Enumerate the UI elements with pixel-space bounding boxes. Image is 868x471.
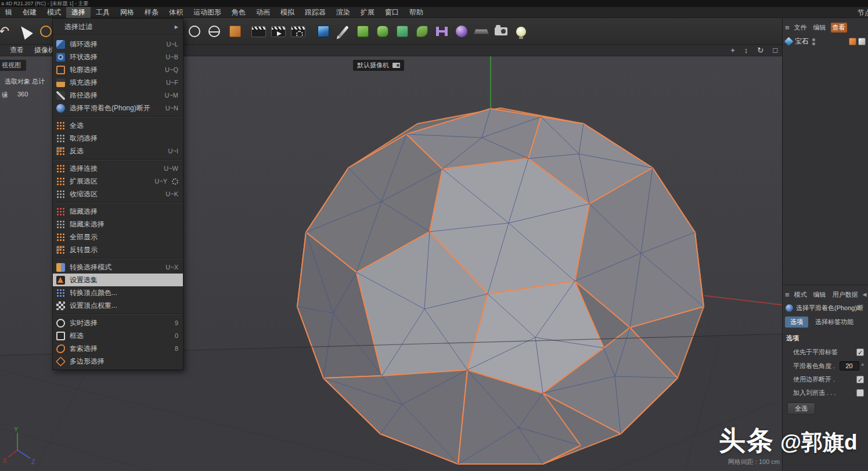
live-selection-icon [40, 26, 52, 37]
menu-tools[interactable]: 工具 [91, 7, 115, 18]
menu-volume[interactable]: 体积 [164, 7, 188, 18]
camera-button[interactable] [491, 20, 511, 42]
render-picture-viewer-button[interactable] [268, 20, 288, 42]
hamburger-icon[interactable]: ≡ [785, 23, 790, 32]
menu-item-live-selection[interactable]: 实时选择 9 [53, 317, 183, 329]
menu-item-deselect-all[interactable]: 取消选择 [53, 132, 183, 145]
menu-edit[interactable]: 辑 [0, 7, 17, 18]
menu-character[interactable]: 角色 [226, 7, 251, 18]
selection-tag-icon[interactable] [858, 38, 866, 45]
coordinate-globe-button[interactable] [204, 20, 224, 42]
deformer-icon [436, 27, 448, 36]
convert-selection-icon [56, 263, 65, 272]
select-tool-button[interactable] [15, 20, 35, 42]
gem-polyhedron-object[interactable] [297, 108, 704, 464]
history-back-icon[interactable]: ◀ [863, 292, 867, 297]
pan-icon[interactable]: + [730, 46, 735, 55]
edge-break-checkbox[interactable]: ✓ [856, 376, 864, 383]
zoom-icon[interactable]: ↕ [744, 46, 748, 55]
menu-item-path-selection[interactable]: 路径选择 U~M [53, 89, 183, 102]
menu-item-set-vertex-weight[interactable]: 设置顶点权重... [53, 299, 183, 312]
tab-selection-tag[interactable]: 选择标签功能 [810, 317, 859, 328]
viewport-menu-view[interactable]: 查看 [5, 45, 29, 55]
attribute-menu-mode[interactable]: 模式 [793, 290, 809, 300]
menu-item-show-all[interactable]: 全部显示 [53, 231, 183, 243]
menu-mesh[interactable]: 网格 [115, 7, 139, 18]
object-manager-menu-edit[interactable]: 编辑 [812, 23, 828, 33]
attribute-menu-edit[interactable]: 编辑 [812, 290, 828, 300]
menu-item-lasso-selection[interactable]: 套索选择 8 [53, 342, 183, 355]
add-to-selection-checkbox[interactable] [856, 389, 864, 397]
render-clapper-icon [251, 26, 266, 37]
light-button[interactable] [511, 20, 531, 42]
menu-item-shrink-selection[interactable]: 收缩选区 U~K [53, 188, 183, 200]
menu-item-rectangle-selection[interactable]: 框选 0 [53, 329, 183, 342]
field-button[interactable] [452, 20, 471, 42]
menu-item-invert-visibility[interactable]: 反转显示 [53, 243, 183, 256]
render-settings-button[interactable] [288, 20, 308, 42]
menu-item-ring-selection[interactable]: 环状选择 U~B [53, 51, 183, 63]
menu-window[interactable]: 窗口 [380, 7, 404, 18]
menu-item-outline-selection[interactable]: 轮廓选择 U~Q [53, 63, 183, 76]
menu-item-set-selection[interactable]: 设置选集 [53, 274, 183, 286]
volume-button[interactable] [392, 20, 412, 42]
menu-create[interactable]: 创建 [17, 7, 42, 18]
menu-item-hide-selected[interactable]: 隐藏选择 [53, 205, 183, 218]
phong-priority-checkbox[interactable]: ✓ [856, 348, 864, 356]
select-all-button[interactable]: 全选 [787, 402, 815, 415]
coordinate-system-button[interactable] [225, 20, 245, 42]
settings-gear-icon[interactable] [172, 178, 178, 185]
menu-item-phong-break-selection[interactable]: 选择平滑着色(Phong)断开 U~N [53, 102, 183, 114]
menu-extensions[interactable]: 扩展 [355, 7, 380, 18]
vertex-color-icon [56, 289, 65, 297]
menu-item-select-connected[interactable]: 选择连接 U~W [53, 162, 183, 175]
render-view-button[interactable] [248, 20, 268, 42]
menu-simulate[interactable]: 模拟 [275, 7, 300, 18]
menu-help[interactable]: 帮助 [404, 7, 428, 18]
edge-count: 360 [17, 91, 28, 99]
menu-item-loop-selection[interactable]: 循环选择 U~L [53, 38, 183, 51]
camera-label[interactable]: 默认摄像机 [353, 60, 404, 71]
menu-item-select-all[interactable]: 全选 [53, 119, 183, 132]
tab-options[interactable]: 选项 [785, 317, 808, 328]
menu-mode[interactable]: 模式 [42, 7, 66, 18]
maximize-icon[interactable]: □ [773, 46, 777, 55]
menu-item-polygon-selection[interactable]: 多边形选择 [53, 355, 183, 368]
menu-item-select-filter[interactable]: 选择过滤 ▶ [53, 20, 183, 33]
phong-tag-icon[interactable] [849, 38, 856, 45]
spline-pen-button[interactable] [333, 20, 353, 42]
globe-icon [208, 26, 220, 37]
menu-item-invert-selection[interactable]: 反选 U~I [53, 145, 183, 157]
floor-button[interactable] [471, 20, 491, 42]
menu-item-convert-selection-mode[interactable]: 转换选择模式 U~X [53, 261, 183, 274]
object-manager-menu-view[interactable]: 查看 [831, 23, 847, 33]
angle-input[interactable]: 20 [840, 361, 859, 371]
menu-spline[interactable]: 样条 [139, 7, 164, 18]
orbit-icon[interactable]: ↻ [757, 46, 763, 55]
deformer-button[interactable] [432, 20, 452, 42]
menu-tracker[interactable]: 跟踪器 [300, 7, 331, 18]
rotate-tool-button[interactable] [185, 20, 204, 42]
add-cube-button[interactable] [314, 20, 333, 42]
menu-render[interactable]: 渲染 [331, 7, 355, 18]
hamburger-icon[interactable]: ≡ [785, 290, 790, 299]
undo-button[interactable]: ↶ [0, 20, 14, 42]
menu-item-convert-vertex-color[interactable]: 转换顶点颜色... [53, 286, 183, 299]
floor-icon [473, 29, 489, 34]
menu-item-hide-unselected[interactable]: 隐藏未选择 [53, 218, 183, 231]
menu-item-grow-selection[interactable]: 扩展选区 U~Y [53, 175, 183, 188]
menu-item-fill-selection[interactable]: 填充选择 U~F [53, 76, 183, 89]
menu-nodes[interactable]: 节点 [858, 8, 868, 18]
menu-mograph[interactable]: 运动图形 [188, 7, 226, 18]
phong-break-icon [56, 104, 65, 113]
generator-button[interactable] [373, 20, 392, 42]
object-row-gem[interactable]: 宝石 [783, 34, 868, 49]
subdivision-surface-button[interactable] [353, 20, 373, 42]
menu-animate[interactable]: 动画 [251, 7, 275, 18]
object-manager-menu-file[interactable]: 文件 [793, 23, 809, 33]
attribute-menu-userdata[interactable]: 用户数据 [831, 290, 860, 300]
menu-select[interactable]: 选择 [66, 7, 91, 18]
object-manager-header: ≡ 文件 编辑 查看 [783, 21, 868, 34]
visibility-toggle-icon[interactable] [812, 38, 815, 45]
mograph-button[interactable] [412, 20, 432, 42]
